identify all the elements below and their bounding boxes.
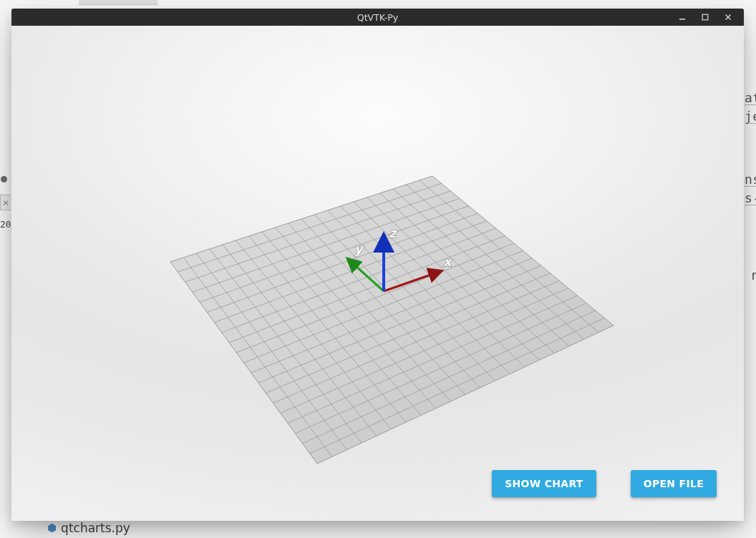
background-dot	[1, 176, 7, 182]
ground-grid	[170, 176, 614, 464]
scene-3d: x y z	[11, 26, 744, 521]
svg-marker-2	[170, 176, 614, 464]
titlebar[interactable]: QtVTK-Py	[11, 9, 744, 26]
bg-text-3: ns	[745, 170, 756, 189]
python-file-icon: ⬢	[47, 522, 57, 534]
bg-text-2: je	[745, 107, 756, 126]
svg-rect-0	[679, 19, 685, 20]
close-button[interactable]	[717, 9, 740, 26]
maximize-icon	[702, 14, 709, 21]
background-close-tab: ×	[0, 195, 11, 210]
background-tab-strip	[79, 0, 158, 5]
button-bar: SHOW CHART OPEN FILE	[492, 470, 717, 497]
background-file-label: ⬢ qtcharts.py	[47, 521, 130, 535]
show-chart-button[interactable]: SHOW CHART	[492, 470, 596, 497]
svg-rect-1	[702, 14, 708, 20]
bg-text-4: s-	[745, 189, 756, 207]
background-date-fragment: 20	[0, 219, 11, 230]
close-icon	[724, 14, 732, 21]
window-title: QtVTK-Py	[11, 12, 744, 23]
bg-text-5: r	[750, 266, 756, 285]
app-window: QtVTK-Py	[11, 9, 744, 521]
bg-text-1: at	[745, 89, 756, 107]
vtk-viewport[interactable]: x y z SHOW CHART OPEN FILE	[11, 26, 744, 521]
minimize-icon	[679, 14, 686, 21]
open-file-button[interactable]: OPEN FILE	[631, 470, 717, 497]
maximize-button[interactable]	[694, 9, 717, 26]
window-controls	[671, 9, 740, 26]
minimize-button[interactable]	[671, 9, 694, 26]
background-filename: qtcharts.py	[61, 521, 130, 535]
